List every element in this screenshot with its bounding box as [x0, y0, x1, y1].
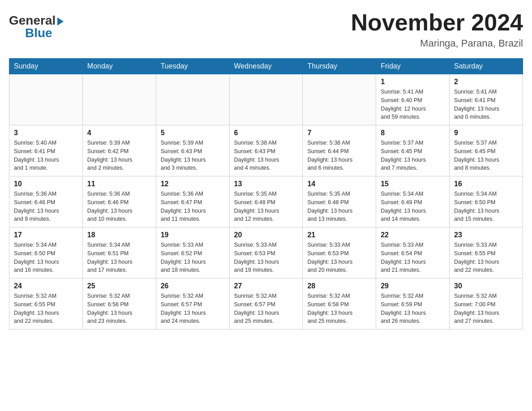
- day-cell-22: 22Sunrise: 5:33 AMSunset: 6:54 PMDayligh…: [376, 227, 450, 278]
- day-number: 7: [307, 129, 371, 137]
- week-row-3: 10Sunrise: 5:36 AMSunset: 6:46 PMDayligh…: [9, 176, 523, 227]
- header-wednesday: Wednesday: [229, 59, 303, 74]
- day-number: 9: [454, 129, 518, 137]
- week-row-4: 17Sunrise: 5:34 AMSunset: 6:50 PMDayligh…: [9, 227, 523, 278]
- day-number: 20: [234, 231, 298, 239]
- header-sunday: Sunday: [9, 59, 83, 74]
- day-number: 16: [454, 180, 518, 188]
- day-info: Sunrise: 5:33 AMSunset: 6:54 PMDaylight:…: [381, 241, 445, 274]
- week-row-2: 3Sunrise: 5:40 AMSunset: 6:41 PMDaylight…: [9, 125, 523, 176]
- day-cell-29: 29Sunrise: 5:32 AMSunset: 6:59 PMDayligh…: [376, 278, 450, 330]
- logo-blue-text: Blue: [25, 26, 52, 40]
- day-info: Sunrise: 5:35 AMSunset: 6:48 PMDaylight:…: [307, 190, 371, 223]
- day-cell-7: 7Sunrise: 5:38 AMSunset: 6:44 PMDaylight…: [303, 125, 376, 176]
- day-number: 14: [307, 180, 371, 188]
- day-info: Sunrise: 5:38 AMSunset: 6:43 PMDaylight:…: [234, 139, 298, 172]
- logo: General Blue: [9, 9, 64, 40]
- day-cell-2: 2Sunrise: 5:41 AMSunset: 6:41 PMDaylight…: [450, 74, 523, 125]
- day-info: Sunrise: 5:34 AMSunset: 6:49 PMDaylight:…: [381, 190, 445, 223]
- day-number: 12: [161, 180, 225, 188]
- day-info: Sunrise: 5:32 AMSunset: 6:55 PMDaylight:…: [14, 292, 78, 325]
- day-cell-1: 1Sunrise: 5:41 AMSunset: 6:40 PMDaylight…: [376, 74, 450, 125]
- day-number: 24: [14, 282, 78, 290]
- day-number: 17: [14, 231, 78, 239]
- day-number: 29: [381, 282, 445, 290]
- day-info: Sunrise: 5:39 AMSunset: 6:43 PMDaylight:…: [161, 139, 225, 172]
- day-cell-empty: [156, 74, 229, 125]
- day-number: 25: [87, 282, 151, 290]
- day-cell-20: 20Sunrise: 5:33 AMSunset: 6:53 PMDayligh…: [229, 227, 303, 278]
- day-cell-30: 30Sunrise: 5:32 AMSunset: 7:00 PMDayligh…: [450, 278, 523, 330]
- day-cell-26: 26Sunrise: 5:32 AMSunset: 6:57 PMDayligh…: [156, 278, 229, 330]
- day-cell-15: 15Sunrise: 5:34 AMSunset: 6:49 PMDayligh…: [376, 176, 450, 227]
- day-cell-4: 4Sunrise: 5:39 AMSunset: 6:42 PMDaylight…: [82, 125, 156, 176]
- day-cell-21: 21Sunrise: 5:33 AMSunset: 6:53 PMDayligh…: [303, 227, 376, 278]
- day-cell-25: 25Sunrise: 5:32 AMSunset: 6:56 PMDayligh…: [82, 278, 156, 330]
- day-info: Sunrise: 5:36 AMSunset: 6:46 PMDaylight:…: [14, 190, 78, 223]
- day-info: Sunrise: 5:32 AMSunset: 6:56 PMDaylight:…: [87, 292, 151, 325]
- location-title: Maringa, Parana, Brazil: [351, 38, 523, 49]
- day-cell-17: 17Sunrise: 5:34 AMSunset: 6:50 PMDayligh…: [9, 227, 83, 278]
- day-number: 19: [161, 231, 225, 239]
- week-row-1: 1Sunrise: 5:41 AMSunset: 6:40 PMDaylight…: [9, 74, 523, 125]
- day-cell-16: 16Sunrise: 5:34 AMSunset: 6:50 PMDayligh…: [450, 176, 523, 227]
- day-number: 30: [454, 282, 518, 290]
- day-cell-13: 13Sunrise: 5:35 AMSunset: 6:48 PMDayligh…: [229, 176, 303, 227]
- day-number: 6: [234, 129, 298, 137]
- day-number: 18: [87, 231, 151, 239]
- day-cell-5: 5Sunrise: 5:39 AMSunset: 6:43 PMDaylight…: [156, 125, 229, 176]
- day-info: Sunrise: 5:36 AMSunset: 6:46 PMDaylight:…: [87, 190, 151, 223]
- day-info: Sunrise: 5:34 AMSunset: 6:50 PMDaylight:…: [454, 190, 518, 223]
- day-cell-23: 23Sunrise: 5:33 AMSunset: 6:55 PMDayligh…: [450, 227, 523, 278]
- day-info: Sunrise: 5:37 AMSunset: 6:45 PMDaylight:…: [454, 139, 518, 172]
- day-info: Sunrise: 5:39 AMSunset: 6:42 PMDaylight:…: [87, 139, 151, 172]
- day-cell-28: 28Sunrise: 5:32 AMSunset: 6:58 PMDayligh…: [303, 278, 376, 330]
- day-cell-3: 3Sunrise: 5:40 AMSunset: 6:41 PMDaylight…: [9, 125, 83, 176]
- day-info: Sunrise: 5:32 AMSunset: 7:00 PMDaylight:…: [454, 292, 518, 325]
- day-info: Sunrise: 5:38 AMSunset: 6:44 PMDaylight:…: [307, 139, 371, 172]
- day-cell-empty: [9, 74, 83, 125]
- day-cell-18: 18Sunrise: 5:34 AMSunset: 6:51 PMDayligh…: [82, 227, 156, 278]
- day-number: 15: [381, 180, 445, 188]
- day-number: 26: [161, 282, 225, 290]
- day-info: Sunrise: 5:32 AMSunset: 6:57 PMDaylight:…: [161, 292, 225, 325]
- day-info: Sunrise: 5:33 AMSunset: 6:52 PMDaylight:…: [161, 241, 225, 274]
- day-cell-27: 27Sunrise: 5:32 AMSunset: 6:57 PMDayligh…: [229, 278, 303, 330]
- day-number: 10: [14, 180, 78, 188]
- day-cell-14: 14Sunrise: 5:35 AMSunset: 6:48 PMDayligh…: [303, 176, 376, 227]
- header-saturday: Saturday: [450, 59, 523, 74]
- day-cell-24: 24Sunrise: 5:32 AMSunset: 6:55 PMDayligh…: [9, 278, 83, 330]
- calendar-table: Sunday Monday Tuesday Wednesday Thursday…: [9, 58, 523, 330]
- day-info: Sunrise: 5:33 AMSunset: 6:53 PMDaylight:…: [307, 241, 371, 274]
- day-number: 22: [381, 231, 445, 239]
- day-cell-6: 6Sunrise: 5:38 AMSunset: 6:43 PMDaylight…: [229, 125, 303, 176]
- month-title: November 2024: [351, 9, 523, 36]
- day-number: 1: [381, 78, 445, 86]
- day-info: Sunrise: 5:32 AMSunset: 6:59 PMDaylight:…: [381, 292, 445, 325]
- weekday-header-row: Sunday Monday Tuesday Wednesday Thursday…: [9, 59, 523, 74]
- day-info: Sunrise: 5:33 AMSunset: 6:53 PMDaylight:…: [234, 241, 298, 274]
- day-number: 28: [307, 282, 371, 290]
- day-info: Sunrise: 5:41 AMSunset: 6:40 PMDaylight:…: [381, 88, 445, 121]
- day-info: Sunrise: 5:37 AMSunset: 6:45 PMDaylight:…: [381, 139, 445, 172]
- header-thursday: Thursday: [303, 59, 376, 74]
- day-cell-empty: [303, 74, 376, 125]
- day-info: Sunrise: 5:35 AMSunset: 6:48 PMDaylight:…: [234, 190, 298, 223]
- day-number: 8: [381, 129, 445, 137]
- header-tuesday: Tuesday: [156, 59, 229, 74]
- day-info: Sunrise: 5:36 AMSunset: 6:47 PMDaylight:…: [161, 190, 225, 223]
- day-info: Sunrise: 5:40 AMSunset: 6:41 PMDaylight:…: [14, 139, 78, 172]
- day-info: Sunrise: 5:32 AMSunset: 6:58 PMDaylight:…: [307, 292, 371, 325]
- day-number: 13: [234, 180, 298, 188]
- day-info: Sunrise: 5:34 AMSunset: 6:51 PMDaylight:…: [87, 241, 151, 274]
- day-cell-19: 19Sunrise: 5:33 AMSunset: 6:52 PMDayligh…: [156, 227, 229, 278]
- day-info: Sunrise: 5:34 AMSunset: 6:50 PMDaylight:…: [14, 241, 78, 274]
- day-cell-11: 11Sunrise: 5:36 AMSunset: 6:46 PMDayligh…: [82, 176, 156, 227]
- page-header: General Blue November 2024 Maringa, Para…: [9, 9, 523, 49]
- logo-arrow-icon: [57, 17, 64, 26]
- day-info: Sunrise: 5:41 AMSunset: 6:41 PMDaylight:…: [454, 88, 518, 121]
- day-number: 2: [454, 78, 518, 86]
- day-cell-8: 8Sunrise: 5:37 AMSunset: 6:45 PMDaylight…: [376, 125, 450, 176]
- day-cell-empty: [229, 74, 303, 125]
- day-cell-empty: [82, 74, 156, 125]
